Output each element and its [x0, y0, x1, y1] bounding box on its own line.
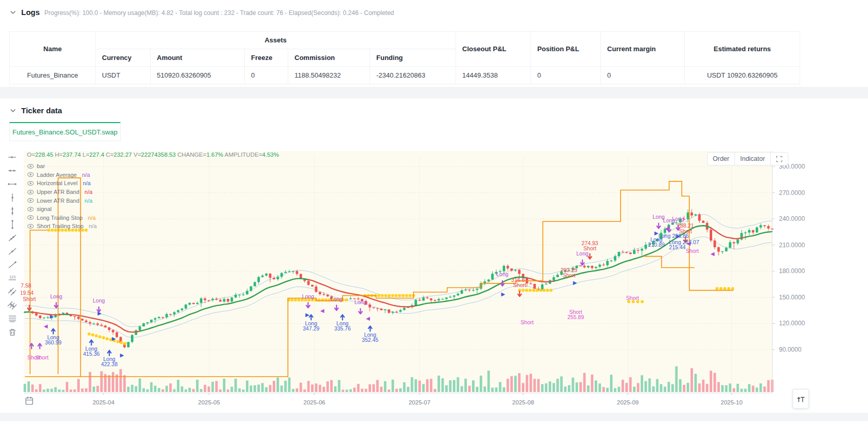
svg-text:319.54: 319.54 [21, 290, 34, 296]
svg-text:Long: Long [302, 293, 315, 299]
svg-text:Short: Short [686, 248, 699, 254]
horizontal-line-tool-icon[interactable] [7, 166, 18, 175]
svg-text:▶: ▶ [501, 291, 505, 297]
back-to-top-icon [797, 395, 805, 403]
ticker-collapse-icon[interactable] [9, 107, 17, 114]
eye-icon[interactable] [27, 198, 34, 203]
svg-text:270.0000: 270.0000 [779, 189, 805, 197]
backtest-page: { "page": {"background": "#f2f4f6"}, "lo… [0, 0, 868, 421]
trend-segment-tool-icon[interactable] [7, 260, 18, 269]
delete-tool-icon[interactable] [7, 327, 18, 337]
svg-text:2025-04: 2025-04 [93, 399, 115, 405]
column-header: Position P&L [531, 32, 601, 67]
trend-line-tool-icon[interactable] [7, 247, 18, 256]
svg-text:Long: Long [330, 296, 343, 302]
indicator-button[interactable]: Indicator [734, 153, 770, 165]
eye-icon[interactable] [27, 163, 34, 169]
eye-icon[interactable] [27, 215, 34, 220]
fullscreen-button[interactable] [770, 153, 788, 165]
svg-text:Short: Short [583, 245, 596, 251]
eye-icon[interactable] [27, 172, 34, 177]
svg-text:Long: Long [355, 299, 367, 305]
svg-text:2025-09: 2025-09 [617, 399, 639, 405]
tab-futures-binance-sol-usdt-swap[interactable]: Futures_Binance.SOL_USDT.swap [9, 122, 121, 141]
svg-text:415.36: 415.36 [83, 351, 99, 357]
chart-button-group: Order Indicator [707, 152, 788, 166]
eye-icon[interactable] [27, 189, 34, 195]
svg-text:Short: Short [563, 272, 576, 278]
assets-table: NameAssetsCloseout P&LPosition P&LCurren… [9, 31, 800, 84]
table-cell: 0 [245, 67, 288, 84]
eye-icon[interactable] [27, 206, 34, 212]
svg-text:360.99: 360.99 [45, 339, 62, 345]
svg-text:Long: Long [672, 216, 684, 222]
parallel-lines-tool-icon[interactable] [7, 287, 18, 296]
svg-text:180.0000: 180.0000 [779, 267, 805, 275]
logs-panel: Logs Progress(%): 100.0 - Memory usage(M… [0, 0, 868, 87]
column-header: Commission [288, 49, 370, 67]
eye-icon[interactable] [27, 223, 34, 229]
svg-text:215.44: 215.44 [669, 244, 686, 250]
order-button[interactable]: Order [708, 153, 734, 165]
svg-text:Short: Short [36, 354, 49, 360]
candlestick-chart[interactable]: 300.0000270.0000240.0000210.0000180.0000… [21, 150, 810, 411]
eye-icon[interactable] [27, 181, 34, 186]
logs-collapse-icon[interactable] [9, 9, 17, 16]
chart-area: 123 300.0000270.0000240.0000210.0000180.… [0, 147, 868, 412]
ticker-title: Ticker data [21, 106, 62, 115]
svg-text:Short: Short [23, 296, 36, 302]
column-header: Amount [151, 49, 245, 67]
horizontal-channel-tool-icon[interactable] [7, 314, 18, 323]
back-to-top-button[interactable] [792, 389, 809, 409]
svg-text:Short: Short [513, 282, 526, 288]
svg-text:150.0000: 150.0000 [779, 294, 805, 301]
vertical-ray-tool-icon[interactable] [7, 193, 18, 202]
multi-parallel-tool-icon[interactable] [7, 300, 18, 310]
indicator-button-label: Indicator [740, 155, 765, 162]
svg-text:▶: ▶ [120, 352, 124, 358]
column-header: Name [10, 32, 96, 67]
table-cell: 1188.50498232 [288, 67, 370, 84]
fullscreen-icon [776, 156, 783, 162]
vertical-segment-tool-icon[interactable] [7, 220, 18, 229]
svg-text:352.45: 352.45 [362, 337, 378, 343]
column-header: Freeze [245, 49, 288, 67]
svg-text:Long: Long [93, 297, 105, 304]
svg-text:240.0000: 240.0000 [779, 215, 805, 222]
trend-ray-tool-icon[interactable] [7, 233, 18, 243]
order-button-label: Order [713, 155, 729, 162]
svg-text:▶: ▶ [654, 230, 658, 236]
logs-summary: Progress(%): 100.0 - Memory usage(MB): 4… [45, 9, 394, 17]
svg-text:◀: ◀ [320, 308, 325, 313]
table-cell: Futures_Binance [10, 67, 96, 84]
ticker-data-panel: Ticker data Futures_Binance.SOL_USDT.swa… [0, 98, 868, 413]
svg-text:123: 123 [9, 275, 16, 279]
svg-text:210.89: 210.89 [648, 242, 665, 248]
drawing-toolbar: 123 [7, 153, 18, 337]
table-cell: 0 [601, 67, 685, 84]
svg-text:7.58: 7.58 [21, 282, 32, 289]
calendar-icon[interactable] [26, 397, 33, 404]
column-header: Estimated returns [685, 32, 800, 67]
svg-text:◀: ◀ [366, 315, 370, 321]
svg-text:2025-10: 2025-10 [720, 399, 742, 405]
table-cell: 510920.63260905 [151, 67, 245, 84]
horizontal-segment-tool-icon[interactable] [7, 179, 18, 189]
column-header: Current margin [601, 32, 685, 67]
svg-text:2025-08: 2025-08 [512, 399, 534, 405]
tab-label: Futures_Binance.SOL_USDT.swap [12, 128, 117, 136]
svg-text:2025-05: 2025-05 [198, 399, 220, 405]
svg-text:Long: Long [496, 271, 509, 277]
price-note-tool-icon[interactable]: 123 [7, 274, 18, 283]
svg-text:335.76: 335.76 [334, 325, 351, 332]
column-header: Closeout P&L [456, 32, 531, 67]
svg-text:Short: Short [626, 295, 639, 301]
column-header: Funding [370, 49, 456, 67]
vertical-line-tool-icon[interactable] [7, 206, 18, 216]
svg-text:347.29: 347.29 [303, 325, 319, 332]
horizontal-ray-tool-icon[interactable] [7, 153, 18, 162]
svg-text:◀: ◀ [44, 323, 48, 329]
chart-wrap[interactable]: 300.0000270.0000240.0000210.0000180.0000… [21, 150, 810, 411]
svg-text:Short: Short [521, 319, 534, 325]
table-row: Futures_BinanceUSDT510920.6326090501188.… [10, 67, 800, 84]
